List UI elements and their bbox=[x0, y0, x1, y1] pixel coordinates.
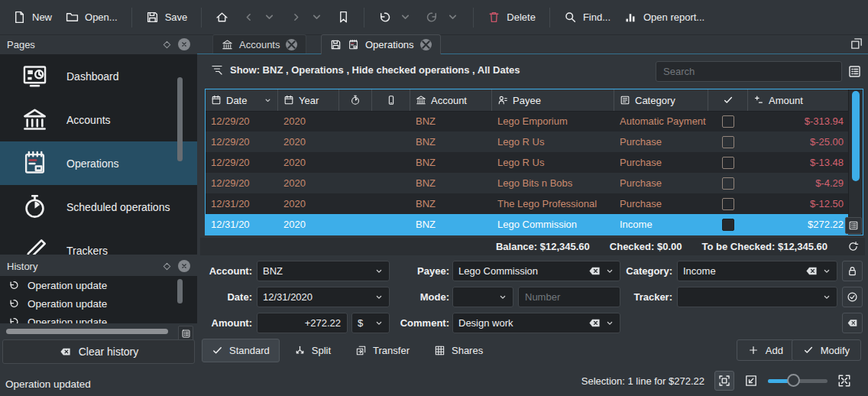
column-header-amount[interactable]: Amount bbox=[748, 89, 849, 111]
history-item[interactable]: Operation update bbox=[0, 294, 197, 313]
tab-operations[interactable]: Operations bbox=[321, 34, 441, 54]
payee-combobox[interactable]: Lego Commission bbox=[452, 261, 620, 281]
table-row[interactable]: 12/29/20 2020 BNZ Lego Emporium Automati… bbox=[206, 111, 849, 131]
float-icon[interactable] bbox=[162, 261, 172, 271]
back-button[interactable] bbox=[235, 5, 283, 29]
home-button[interactable] bbox=[209, 5, 235, 29]
cell-account: BNZ bbox=[410, 152, 492, 173]
table-config-button[interactable] bbox=[845, 217, 862, 234]
refresh-icon[interactable] bbox=[847, 241, 859, 252]
save-button[interactable]: Save bbox=[139, 5, 195, 29]
tab-accounts[interactable]: Accounts bbox=[212, 34, 306, 54]
open-button[interactable]: Open... bbox=[59, 5, 125, 29]
filter-icon bbox=[211, 63, 223, 76]
fit-selection-button[interactable] bbox=[714, 371, 734, 391]
cell-date: 12/31/20 bbox=[206, 193, 278, 214]
table-row[interactable]: 12/29/20 2020 BNZ Lego R Us Purchase $-2… bbox=[206, 131, 849, 152]
pages-scrollbar[interactable] bbox=[177, 77, 183, 161]
column-header-checked[interactable] bbox=[708, 89, 748, 111]
tab-operations-close-button[interactable] bbox=[420, 39, 432, 50]
filter-bar[interactable]: Show: BNZ , Operations , Hide checked op… bbox=[211, 63, 520, 76]
shares-type-button[interactable]: Shares bbox=[424, 339, 493, 362]
sidebar-item-trackers[interactable]: Trackers bbox=[0, 229, 197, 255]
standard-type-button[interactable]: Standard bbox=[202, 339, 280, 362]
cell-schedule bbox=[339, 111, 372, 131]
freeze-button[interactable] bbox=[842, 261, 863, 281]
find-button[interactable]: Find... bbox=[557, 5, 617, 29]
table-scrollbar[interactable] bbox=[848, 89, 863, 235]
fit-page-icon[interactable] bbox=[744, 374, 758, 388]
history-item[interactable]: Operation update bbox=[0, 276, 197, 294]
ledger-icon bbox=[21, 150, 48, 177]
date-combobox[interactable]: 12/31/2020 bbox=[257, 287, 390, 307]
forward-button[interactable] bbox=[283, 5, 330, 29]
cell-bookmark bbox=[372, 111, 410, 131]
column-header-account[interactable]: Account bbox=[410, 89, 492, 111]
history-settings-button[interactable] bbox=[178, 326, 193, 341]
history-scrollbar[interactable] bbox=[177, 279, 183, 303]
detach-icon[interactable] bbox=[850, 37, 863, 50]
table-settings-icon[interactable] bbox=[847, 64, 862, 79]
validate-button[interactable] bbox=[842, 287, 863, 307]
search-input[interactable] bbox=[656, 61, 842, 82]
row-checkbox[interactable] bbox=[722, 136, 734, 148]
category-combobox[interactable]: Income bbox=[677, 261, 837, 281]
undo-button[interactable] bbox=[371, 5, 419, 29]
column-header-date[interactable]: Date bbox=[206, 89, 278, 111]
row-checkbox[interactable] bbox=[722, 157, 734, 169]
table-scrollbar-thumb[interactable] bbox=[852, 91, 860, 181]
column-header-bookmark[interactable] bbox=[372, 89, 410, 111]
modify-button[interactable]: Modify bbox=[792, 339, 861, 361]
table-row[interactable]: 12/29/20 2020 BNZ Lego Bits n Bobs Purch… bbox=[206, 173, 849, 193]
table-row[interactable]: 12/31/20 2020 BNZ Lego Commission Income… bbox=[206, 214, 849, 235]
add-button[interactable]: Add bbox=[737, 339, 795, 361]
history-dock-close-button[interactable] bbox=[178, 260, 190, 272]
transfer-type-button[interactable]: Transfer bbox=[345, 339, 419, 362]
table-row[interactable]: 12/31/20 2020 BNZ The Lego Professional … bbox=[206, 193, 849, 214]
clear-field-icon[interactable] bbox=[588, 265, 601, 277]
clear-form-button[interactable] bbox=[842, 313, 863, 333]
account-combobox[interactable]: BNZ bbox=[257, 261, 390, 281]
mode-combobox[interactable] bbox=[452, 287, 513, 307]
column-header-payee[interactable]: Payee bbox=[492, 89, 614, 111]
row-checkbox[interactable] bbox=[722, 115, 734, 128]
float-icon[interactable] bbox=[162, 40, 172, 50]
sidebar-item-accounts[interactable]: Accounts bbox=[0, 98, 197, 141]
new-button[interactable]: New bbox=[6, 5, 59, 29]
unit-combobox[interactable]: $ bbox=[351, 313, 390, 333]
sidebar-item-dashboard[interactable]: Dashboard bbox=[0, 54, 197, 98]
history-hscrollbar[interactable] bbox=[6, 329, 168, 334]
redo-button[interactable] bbox=[419, 5, 466, 29]
sidebar-item-scheduled-operations[interactable]: Scheduled operations bbox=[0, 185, 197, 229]
number-input[interactable] bbox=[518, 287, 620, 307]
tracker-combobox[interactable] bbox=[677, 287, 837, 307]
row-checkbox[interactable] bbox=[722, 219, 734, 231]
expand-icon[interactable] bbox=[837, 374, 851, 388]
clear-field-icon[interactable] bbox=[588, 317, 601, 329]
row-checkbox[interactable] bbox=[722, 177, 734, 190]
table-row[interactable]: 12/29/20 2020 BNZ Lego R Us Purchase $-1… bbox=[206, 152, 849, 173]
clear-field-icon[interactable] bbox=[805, 265, 818, 277]
tab-accounts-close-button[interactable] bbox=[286, 39, 297, 50]
delete-button[interactable]: Delete bbox=[481, 5, 542, 29]
column-header-year[interactable]: Year bbox=[278, 89, 339, 111]
clear-history-button[interactable]: Clear history bbox=[2, 339, 195, 364]
cell-amount: $-313.94 bbox=[748, 111, 849, 131]
comment-value: Design work bbox=[458, 317, 584, 329]
sidebar-item-operations[interactable]: Operations bbox=[0, 141, 197, 185]
zoom-slider-knob[interactable] bbox=[787, 374, 800, 387]
sidebar-item-label: Dashboard bbox=[66, 70, 119, 83]
bookmark-button[interactable] bbox=[330, 5, 357, 29]
split-type-button[interactable]: Split bbox=[284, 339, 341, 362]
cell-payee: Lego Bits n Bobs bbox=[492, 173, 614, 193]
column-header-schedule[interactable] bbox=[339, 89, 372, 111]
history-item[interactable]: Operation update bbox=[0, 313, 197, 323]
zoom-slider[interactable] bbox=[768, 374, 828, 388]
row-checkbox[interactable] bbox=[722, 198, 734, 210]
open-report-button[interactable]: Open report... bbox=[617, 5, 711, 29]
amount-input[interactable] bbox=[257, 313, 348, 333]
check-icon bbox=[803, 345, 814, 355]
column-header-category[interactable]: Category bbox=[614, 89, 708, 111]
pages-dock-close-button[interactable] bbox=[178, 38, 190, 50]
comment-combobox[interactable]: Design work bbox=[452, 313, 620, 333]
